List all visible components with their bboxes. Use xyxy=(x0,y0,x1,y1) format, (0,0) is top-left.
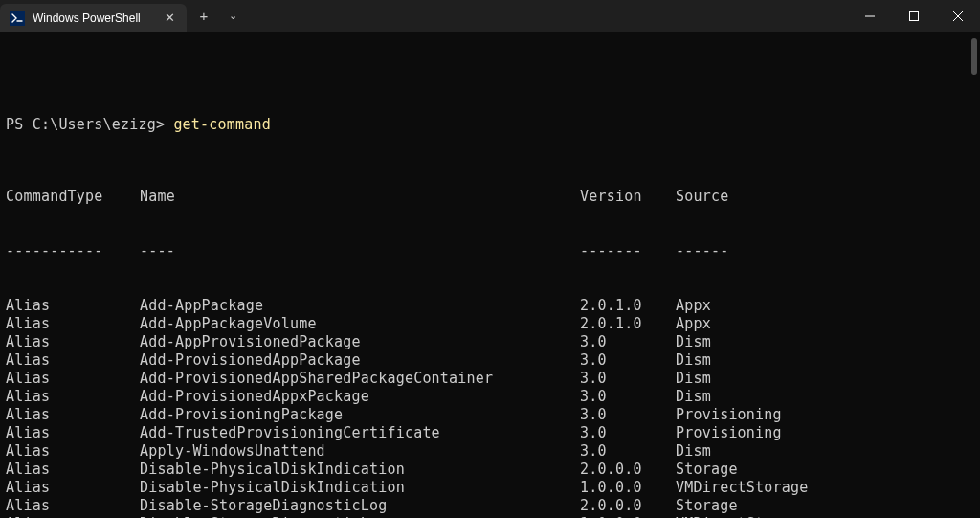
cell-source: Appx xyxy=(676,315,711,333)
cell-type: Alias xyxy=(6,442,140,461)
col-header-version: Version xyxy=(580,188,676,206)
powershell-icon xyxy=(10,11,25,26)
close-tab-button[interactable]: ✕ xyxy=(162,11,177,26)
table-row: AliasDisable-PhysicalDiskIndication2.0.0… xyxy=(6,461,980,479)
cell-name: Add-ProvisionedAppPackage xyxy=(140,351,580,370)
new-tab-button[interactable]: + xyxy=(194,8,213,24)
cell-version: 2.0.1.0 xyxy=(580,297,676,315)
table-row: AliasDisable-PhysicalDiskIndication1.0.0… xyxy=(6,479,980,497)
table-row: AliasAdd-AppProvisionedPackage3.0Dism xyxy=(6,333,980,351)
svg-rect-2 xyxy=(910,11,919,20)
cell-version: 2.0.0.0 xyxy=(580,461,676,479)
table-row: AliasAdd-ProvisionedAppxPackage3.0Dism xyxy=(6,388,980,406)
table-row: AliasDisable-StorageDiagnosticLog2.0.0.0… xyxy=(6,497,980,515)
cell-name: Add-ProvisionedAppSharedPackageContainer xyxy=(140,370,580,388)
cell-source: Provisioning xyxy=(676,424,782,442)
svg-rect-0 xyxy=(10,11,25,26)
col-header-source: Source xyxy=(676,188,728,206)
cell-version: 3.0 xyxy=(580,388,676,406)
tab-title: Windows PowerShell xyxy=(33,11,154,25)
cell-source: Storage xyxy=(676,461,738,479)
table-row: AliasAdd-AppPackageVolume2.0.1.0Appx xyxy=(6,315,980,333)
table-row: AliasAdd-ProvisioningPackage3.0Provision… xyxy=(6,406,980,424)
header-underline-row: ---------------------------- xyxy=(6,242,980,260)
scrollbar[interactable] xyxy=(970,38,978,512)
cell-source: VMDirectStorage xyxy=(676,479,808,497)
cell-name: Disable-PhysicalDiskIndication xyxy=(140,479,580,497)
cell-source: Dism xyxy=(676,351,711,370)
cell-type: Alias xyxy=(6,370,140,388)
prompt-prefix: PS C:\Users\ezizg> xyxy=(6,116,173,133)
scrollbar-thumb[interactable] xyxy=(971,38,977,75)
cell-source: Dism xyxy=(676,370,711,388)
cell-version: 2.0.0.0 xyxy=(580,497,676,515)
cell-source: Storage xyxy=(676,497,738,515)
command-output-rows: AliasAdd-AppPackage2.0.1.0AppxAliasAdd-A… xyxy=(6,297,980,518)
cell-source: Dism xyxy=(676,333,711,351)
cell-name: Add-AppPackageVolume xyxy=(140,315,580,333)
prompt-line: PS C:\Users\ezizg> get-command xyxy=(6,116,980,134)
table-row: AliasApply-WindowsUnattend3.0Dism xyxy=(6,442,980,461)
cell-name: Disable-StorageDiagnosticLog xyxy=(140,497,580,515)
cell-type: Alias xyxy=(6,297,140,315)
tab-bar-actions: + ⌄ xyxy=(194,0,242,32)
cell-type: Alias xyxy=(6,497,140,515)
title-bar: Windows PowerShell ✕ + ⌄ xyxy=(0,0,980,32)
window-controls xyxy=(848,0,980,32)
col-header-type: CommandType xyxy=(6,188,140,206)
cell-version: 3.0 xyxy=(580,351,676,370)
cell-type: Alias xyxy=(6,351,140,370)
cell-source: Dism xyxy=(676,388,711,406)
terminal-output[interactable]: PS C:\Users\ezizg> get-command CommandTy… xyxy=(0,32,980,518)
table-row: AliasAdd-ProvisionedAppPackage3.0Dism xyxy=(6,351,980,370)
minimize-button[interactable] xyxy=(848,0,892,32)
terminal-tab[interactable]: Windows PowerShell ✕ xyxy=(0,4,187,32)
entered-command: get-command xyxy=(173,116,271,133)
cell-name: Apply-WindowsUnattend xyxy=(140,442,580,461)
cell-name: Add-ProvisioningPackage xyxy=(140,406,580,424)
table-row: AliasAdd-ProvisionedAppSharedPackageCont… xyxy=(6,370,980,388)
cell-version: 2.0.1.0 xyxy=(580,315,676,333)
cell-source: Appx xyxy=(676,297,711,315)
cell-type: Alias xyxy=(6,315,140,333)
cell-name: Disable-PhysicalDiskIndication xyxy=(140,461,580,479)
close-window-button[interactable] xyxy=(936,0,980,32)
tab-dropdown-button[interactable]: ⌄ xyxy=(223,10,242,22)
cell-source: Dism xyxy=(676,442,711,461)
cell-type: Alias xyxy=(6,333,140,351)
table-row: AliasAdd-AppPackage2.0.1.0Appx xyxy=(6,297,980,315)
col-header-name: Name xyxy=(140,188,580,206)
cell-type: Alias xyxy=(6,479,140,497)
cell-source: Provisioning xyxy=(676,406,782,424)
cell-name: Add-AppPackage xyxy=(140,297,580,315)
cell-version: 3.0 xyxy=(580,442,676,461)
cell-name: Add-TrustedProvisioningCertificate xyxy=(140,424,580,442)
cell-version: 3.0 xyxy=(580,424,676,442)
cell-type: Alias xyxy=(6,406,140,424)
header-row: CommandTypeNameVersionSource xyxy=(6,188,980,206)
cell-name: Add-AppProvisionedPackage xyxy=(140,333,580,351)
cell-version: 3.0 xyxy=(580,370,676,388)
cell-version: 3.0 xyxy=(580,406,676,424)
cell-type: Alias xyxy=(6,461,140,479)
cell-name: Add-ProvisionedAppxPackage xyxy=(140,388,580,406)
table-row: AliasAdd-TrustedProvisioningCertificate3… xyxy=(6,424,980,442)
cell-version: 1.0.0.0 xyxy=(580,479,676,497)
cell-type: Alias xyxy=(6,424,140,442)
maximize-button[interactable] xyxy=(892,0,936,32)
cell-type: Alias xyxy=(6,388,140,406)
cell-version: 3.0 xyxy=(580,333,676,351)
